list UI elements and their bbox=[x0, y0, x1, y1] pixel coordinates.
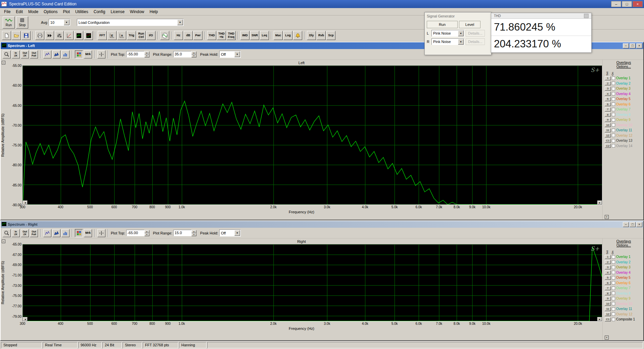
area-plot-button[interactable] bbox=[52, 50, 60, 58]
left-signal-select[interactable]: Pink Noise ▼ bbox=[431, 30, 464, 37]
overlay-set-button[interactable]: 8 bbox=[605, 113, 611, 117]
chevron-down-icon[interactable]: ▼ bbox=[458, 31, 464, 36]
peak-hold-select[interactable]: Off ▼ bbox=[219, 229, 241, 236]
overlay-set-button[interactable]: 10 bbox=[605, 302, 611, 306]
overlay-on-checkbox[interactable] bbox=[612, 144, 615, 147]
overlay-on-checkbox[interactable] bbox=[612, 292, 615, 295]
spin-down-button[interactable]: ▼ bbox=[191, 54, 196, 57]
toolbar-scp-button[interactable]: Scp bbox=[326, 31, 335, 40]
overlay-set-button[interactable]: 11 bbox=[605, 128, 611, 132]
toolbar-hz-button[interactable]: Hz bbox=[174, 31, 183, 40]
mixer-levels-button[interactable] bbox=[55, 31, 64, 40]
chart-e-button[interactable]: E bbox=[107, 31, 117, 40]
toolbar-snr-button[interactable]: SNR bbox=[250, 31, 259, 40]
scroll-left-button[interactable]: ◄ bbox=[23, 317, 28, 321]
spin-down-button[interactable]: ▼ bbox=[144, 54, 149, 57]
overlay-on-checkbox[interactable] bbox=[612, 77, 615, 80]
overlay-on-checkbox[interactable] bbox=[612, 312, 615, 316]
overlay-on-checkbox[interactable] bbox=[612, 129, 615, 132]
overlay-on-checkbox[interactable] bbox=[612, 134, 615, 137]
toolbar-thd-button[interactable]: THD bbox=[207, 31, 216, 40]
overlay-on-checkbox[interactable] bbox=[612, 276, 615, 279]
overlay-set-button[interactable]: 4 bbox=[605, 270, 611, 274]
chevron-down-icon[interactable]: ▼ bbox=[177, 19, 183, 25]
spectrogram-3d-button[interactable] bbox=[84, 31, 93, 40]
toolbar-imd-button[interactable]: IMD bbox=[240, 31, 249, 40]
spin-up-button[interactable]: ▲ bbox=[144, 51, 149, 54]
menu-license[interactable]: License bbox=[108, 9, 127, 15]
spectrum-right-titlebar[interactable]: Spectrum - Right – □ × bbox=[1, 221, 643, 228]
generator-run-button[interactable]: Run bbox=[427, 21, 458, 28]
chevron-down-icon[interactable]: ▼ bbox=[234, 230, 240, 236]
minimize-button[interactable]: – bbox=[611, 1, 621, 7]
overlay-set-button[interactable]: C1 bbox=[605, 317, 611, 321]
marker-button[interactable]: Mrk bbox=[84, 229, 92, 237]
spin-up-button[interactable]: ▲ bbox=[144, 230, 149, 233]
toolbar-mac-button[interactable]: Mac bbox=[274, 31, 283, 40]
overlay-on-checkbox[interactable] bbox=[612, 92, 615, 95]
menu-mode[interactable]: Mode bbox=[26, 9, 41, 15]
menu-plot[interactable]: Plot bbox=[60, 9, 73, 15]
overlay-on-checkbox[interactable] bbox=[612, 118, 615, 122]
right-details-button[interactable]: Details... bbox=[466, 38, 485, 45]
open-folder-button[interactable] bbox=[12, 31, 21, 40]
scaling-line-button[interactable] bbox=[64, 31, 74, 40]
spectrum-curves-button[interactable] bbox=[74, 31, 83, 40]
scroll-right-button[interactable]: ► bbox=[597, 201, 602, 205]
overlay-set-button[interactable]: 6 bbox=[605, 102, 611, 106]
collapse-button[interactable]: − bbox=[2, 61, 5, 64]
overlay-on-checkbox[interactable] bbox=[612, 260, 615, 264]
menu-options[interactable]: Options bbox=[41, 9, 60, 15]
generator-level-button[interactable]: Level bbox=[459, 21, 480, 28]
expand-button[interactable]: + bbox=[605, 336, 609, 340]
overlay-set-button[interactable]: 3 bbox=[605, 265, 611, 269]
overlay-on-checkbox[interactable] bbox=[612, 255, 615, 259]
menu-utilities[interactable]: Utilities bbox=[73, 9, 91, 15]
zoom-in-2x-button[interactable]: In 2X bbox=[12, 229, 20, 237]
overlay-set-button[interactable]: 12 bbox=[605, 312, 611, 316]
printer-button[interactable] bbox=[35, 31, 44, 40]
toolbar-run-ctrl-button[interactable]: Run Ctrl bbox=[137, 31, 146, 40]
overlay-on-checkbox[interactable] bbox=[612, 87, 615, 90]
toolbar-pwr-button[interactable]: Pwr bbox=[193, 31, 202, 40]
chevron-down-icon[interactable]: ▼ bbox=[458, 39, 464, 45]
marker-ruler-button[interactable] bbox=[97, 50, 105, 58]
overlay-on-checkbox[interactable] bbox=[612, 307, 615, 311]
overlay-set-button[interactable]: 12 bbox=[605, 133, 611, 137]
overlay-set-button[interactable]: 4 bbox=[605, 92, 611, 96]
area-plot-button[interactable] bbox=[52, 229, 60, 237]
plot-range-spinner[interactable]: 15.0 ▲▼ bbox=[173, 230, 196, 236]
restore-button[interactable]: □ bbox=[630, 43, 636, 48]
menu-file[interactable]: File bbox=[1, 9, 13, 15]
configuration-select[interactable]: Load Configuration ▼ bbox=[77, 19, 184, 26]
save-floppy-button[interactable] bbox=[21, 31, 31, 40]
plot-range-spinner[interactable]: 35.0 ▲▼ bbox=[173, 51, 196, 57]
plot-top-value[interactable]: -65.00 bbox=[126, 230, 144, 236]
plot-area[interactable]: S+ ◄ ► bbox=[22, 244, 602, 321]
avg-select[interactable]: 10 ▼ bbox=[49, 19, 70, 26]
marker-ruler-button[interactable] bbox=[97, 229, 105, 237]
close-button[interactable]: × bbox=[636, 43, 642, 48]
right-signal-select[interactable]: Pink Noise ▼ bbox=[431, 38, 464, 45]
plot-area[interactable]: S+ ◄ ► bbox=[22, 66, 602, 205]
overlays-options-button[interactable]: Options... bbox=[605, 65, 643, 69]
scroll-right-button[interactable]: ► bbox=[597, 317, 602, 321]
scroll-left-button[interactable]: ◄ bbox=[23, 201, 28, 205]
zoom-out-2x-button[interactable]: Out 2X bbox=[21, 50, 29, 58]
toolbar-dly-button[interactable]: Dly bbox=[307, 31, 316, 40]
line-plot-button[interactable] bbox=[43, 229, 51, 237]
plot-top-spinner[interactable]: -55.00 ▲▼ bbox=[126, 51, 149, 57]
bar-plot-button[interactable] bbox=[61, 229, 70, 237]
toolbar-fft-button[interactable]: FFT bbox=[98, 31, 107, 40]
spin-down-button[interactable]: ▼ bbox=[144, 233, 149, 236]
overlay-on-checkbox[interactable] bbox=[612, 302, 615, 305]
zoom-button[interactable] bbox=[3, 50, 11, 58]
menu-edit[interactable]: Edit bbox=[13, 9, 26, 15]
line-plot-button[interactable] bbox=[43, 50, 51, 58]
overlay-set-button[interactable]: 5 bbox=[605, 276, 611, 280]
maximize-button[interactable]: □ bbox=[622, 1, 632, 7]
overlay-set-button[interactable]: 10 bbox=[605, 123, 611, 127]
menu-window[interactable]: Window bbox=[127, 9, 147, 15]
thd-panel-titlebar[interactable]: THD bbox=[491, 13, 591, 19]
minimize-button[interactable]: – bbox=[623, 43, 629, 48]
